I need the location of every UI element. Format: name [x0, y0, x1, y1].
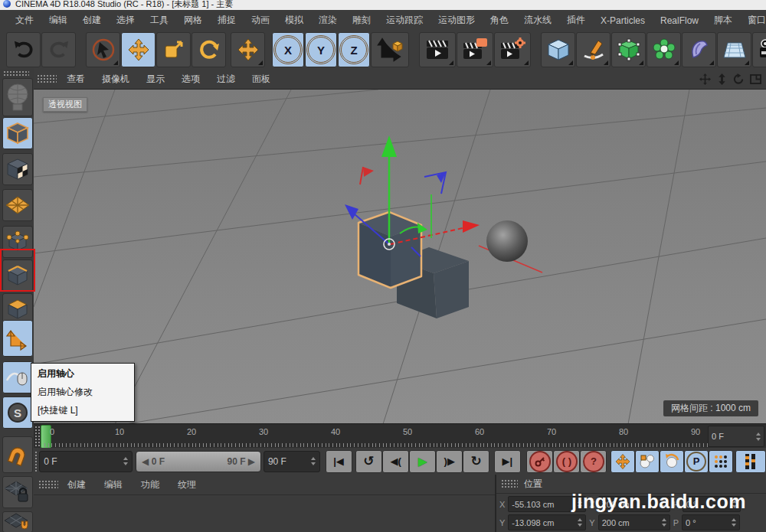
lock-workplane-button[interactable] — [2, 476, 33, 508]
viewport-pan-icon[interactable] — [699, 73, 711, 85]
play-button[interactable]: ▶ — [409, 450, 436, 473]
scale-tool-button[interactable] — [156, 32, 191, 67]
point-level-animation-toggle[interactable] — [709, 450, 733, 473]
enable-axis-button[interactable] — [2, 320, 33, 357]
record-position-toggle[interactable] — [611, 450, 635, 473]
current-frame-field[interactable]: 0 F — [708, 426, 764, 447]
viewport-menu-cameras[interactable]: 摄像机 — [93, 73, 138, 86]
mode-toolbar-drag-handle[interactable] — [3, 70, 29, 77]
spinner-icon[interactable] — [311, 457, 316, 465]
viewport-menu-options[interactable]: 选项 — [173, 73, 208, 86]
timeline-drag-handle[interactable] — [34, 426, 40, 447]
viewport-toggle-layout-icon[interactable] — [749, 73, 761, 85]
spline-pen-button[interactable] — [576, 32, 611, 67]
move-tool-button[interactable] — [121, 32, 155, 67]
viewport-rotate-icon[interactable] — [732, 73, 745, 85]
lock-x-axis-button[interactable]: X — [272, 32, 304, 67]
snap-button[interactable] — [2, 436, 33, 473]
deformer-button[interactable] — [682, 32, 716, 67]
render-view-button[interactable] — [419, 32, 456, 67]
timeline-ruler[interactable]: 0 10 20 30 40 50 60 70 80 90 0 F — [34, 423, 766, 449]
viewport-menu-view[interactable]: 查看 — [58, 73, 93, 86]
spinner-icon[interactable] — [662, 518, 666, 527]
menu-script[interactable]: 脚本 — [706, 14, 740, 27]
viewport-menu-filter[interactable]: 过滤 — [208, 73, 244, 86]
lock-z-axis-button[interactable]: Z — [338, 32, 370, 67]
next-key-button[interactable]: ↻ — [463, 450, 489, 473]
undo-button[interactable] — [6, 32, 41, 67]
render-settings-button[interactable] — [494, 32, 531, 67]
add-primitive-cube-button[interactable] — [541, 32, 575, 67]
transport-drag-handle[interactable] — [34, 451, 37, 472]
menu-realflow[interactable]: RealFlow — [653, 15, 706, 26]
autokey-button[interactable]: ( ) — [553, 450, 580, 473]
goto-start-button[interactable]: |◀ — [326, 450, 352, 473]
menu-pipeline[interactable]: 流水线 — [516, 14, 559, 27]
menu-motion-tracker[interactable]: 运动跟踪 — [378, 14, 430, 27]
preview-range-slider[interactable]: ◀ 0 F 90 F ▶ — [136, 451, 261, 472]
record-rotation-toggle[interactable] — [660, 450, 684, 473]
render-to-picture-viewer-button[interactable] — [457, 32, 493, 67]
live-selection-button[interactable] — [86, 32, 120, 67]
record-parameter-toggle[interactable]: P — [684, 450, 709, 473]
rotate-tool-button[interactable] — [192, 32, 226, 67]
menu-sculpt[interactable]: 雕刻 — [345, 14, 378, 27]
menu-character[interactable]: 角色 — [483, 14, 516, 27]
camera-button[interactable] — [752, 32, 766, 67]
menu-render[interactable]: 渲染 — [311, 14, 345, 27]
material-drag-handle[interactable] — [38, 480, 58, 489]
material-menu-texture[interactable]: 纹理 — [169, 478, 205, 491]
model-mode-button[interactable] — [2, 117, 33, 149]
pos-y-input[interactable]: -13.098 cm — [508, 514, 586, 530]
floor-environment-button[interactable] — [717, 32, 751, 67]
viewport-menu-display[interactable]: 显示 — [138, 73, 173, 86]
goto-end-button[interactable]: ▶| — [494, 450, 521, 473]
timeline-mode-button[interactable] — [735, 450, 766, 473]
material-menu-edit[interactable]: 编辑 — [95, 478, 132, 491]
menu-edit[interactable]: 编辑 — [41, 14, 75, 27]
spinner-icon[interactable] — [578, 518, 582, 527]
next-frame-button[interactable]: )▶ — [436, 450, 463, 473]
spinner-icon[interactable] — [756, 432, 761, 441]
menu-mesh[interactable]: 网格 — [176, 14, 210, 27]
subdivision-surface-button[interactable] — [611, 32, 646, 67]
snap-workplane-button[interactable] — [2, 511, 33, 532]
mograph-array-button[interactable] — [647, 32, 681, 67]
spinner-icon[interactable] — [123, 457, 128, 465]
menu-simulate[interactable]: 模拟 — [277, 14, 311, 27]
start-frame-input[interactable]: 0 F — [39, 451, 133, 472]
coordinate-system-button[interactable] — [371, 32, 409, 67]
previous-frame-button[interactable]: ◀( — [382, 450, 409, 473]
keyframe-selection-set-button[interactable]: ? — [580, 450, 607, 473]
menu-snap[interactable]: 捕捉 — [210, 14, 244, 27]
last-tool-move-button[interactable] — [231, 32, 265, 67]
menu-animate[interactable]: 动画 — [244, 14, 277, 27]
menu-tools[interactable]: 工具 — [142, 14, 176, 27]
menu-window[interactable]: 窗口 — [740, 14, 766, 27]
viewport-canvas[interactable]: 透视视图 网格间距 : 1000 cm — [34, 90, 766, 424]
end-frame-input[interactable]: 90 F — [264, 451, 320, 472]
menu-xparticles[interactable]: X-Particles — [593, 15, 653, 26]
menu-file[interactable]: 文件 — [8, 14, 41, 27]
tweak-mode-button[interactable] — [2, 361, 33, 393]
workplane-mode-button[interactable] — [2, 189, 33, 221]
record-scale-toggle[interactable] — [635, 450, 660, 473]
redo-button[interactable] — [41, 32, 76, 67]
viewport-zoom-icon[interactable] — [715, 73, 728, 85]
material-menu-create[interactable]: 创建 — [58, 478, 95, 491]
menu-mograph[interactable]: 运动图形 — [430, 14, 483, 27]
viewport-menu-panel[interactable]: 面板 — [244, 73, 279, 86]
rot-p-input[interactable]: 0 ° — [682, 514, 740, 530]
menu-select[interactable]: 选择 — [109, 14, 142, 27]
menu-plugins[interactable]: 插件 — [559, 14, 593, 27]
viewport-drag-handle[interactable] — [37, 74, 57, 83]
size-y-input[interactable]: 200 cm — [598, 514, 670, 530]
lock-y-axis-button[interactable]: Y — [305, 32, 337, 67]
material-menu-function[interactable]: 功能 — [132, 478, 169, 491]
spinner-icon[interactable] — [732, 518, 736, 527]
record-keyframe-button[interactable] — [526, 450, 553, 473]
coordinates-drag-handle[interactable] — [501, 479, 518, 488]
keyframe-selection-button[interactable]: S — [2, 397, 33, 429]
previous-key-button[interactable]: ↺ — [355, 450, 382, 473]
texture-mode-button[interactable] — [2, 153, 33, 185]
